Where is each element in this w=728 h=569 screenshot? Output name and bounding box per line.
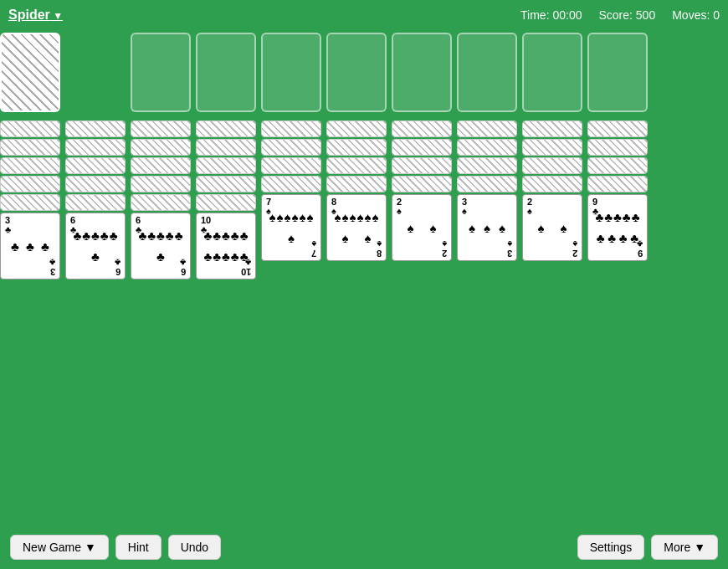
- card-down: [196, 176, 256, 192]
- card-down: [0, 120, 60, 137]
- card-down: [457, 176, 517, 192]
- card-down: [457, 139, 517, 156]
- card-down: [0, 157, 60, 174]
- card-down: [392, 120, 452, 137]
- time-stat: Time: 00:00: [520, 8, 582, 22]
- column-6[interactable]: 2♠2♠♠♠: [392, 120, 452, 281]
- card-down: [65, 194, 126, 211]
- card-up-10♣[interactable]: 10♣10♣♣♣♣♣♣♣♣♣♣♣: [196, 213, 256, 279]
- card-down: [0, 139, 60, 156]
- card-down: [0, 194, 60, 211]
- card-up-8♠[interactable]: 8♠8♠♠♠♠♠♠♠♠♠: [326, 194, 387, 261]
- stats-area: Time: 00:00 Score: 500 Moves: 0: [520, 8, 720, 22]
- foundation-8[interactable]: [587, 33, 648, 112]
- card-down: [65, 139, 126, 156]
- time-value: 00:00: [552, 8, 582, 22]
- card-up-2♠[interactable]: 2♠2♠♠♠: [522, 194, 582, 261]
- undo-button[interactable]: Undo: [168, 535, 221, 560]
- card-down: [131, 157, 191, 174]
- moves-stat: Moves: 0: [672, 8, 720, 22]
- card-up-6♣[interactable]: 6♣6♣♣♣♣♣♣♣: [131, 213, 191, 279]
- foundation-2[interactable]: [196, 33, 256, 112]
- card-down: [587, 157, 648, 174]
- card-up-3♣[interactable]: 3♣3♣♣♣♣: [0, 213, 60, 279]
- card-down: [131, 176, 191, 192]
- hint-button[interactable]: Hint: [115, 535, 161, 560]
- foundation-5[interactable]: [392, 33, 452, 112]
- card-up-9♣[interactable]: 9♣9♣♣♣♣♣♣♣♣♣♣: [587, 194, 648, 261]
- card-down: [457, 120, 517, 137]
- column-7[interactable]: 3♠3♠♠♠♠: [457, 120, 517, 281]
- foundation-3[interactable]: [261, 33, 321, 112]
- column-0[interactable]: 3♣3♣♣♣♣: [0, 120, 60, 281]
- spacer: [65, 33, 126, 112]
- card-down: [65, 176, 126, 192]
- card-down: [131, 139, 191, 156]
- new-game-button[interactable]: New Game ▼: [10, 535, 109, 560]
- card-down: [392, 176, 452, 192]
- card-down: [522, 176, 582, 192]
- tableau: 3♣3♣♣♣♣6♣6♣♣♣♣♣♣♣6♣6♣♣♣♣♣♣♣10♣10♣♣♣♣♣♣♣♣…: [0, 120, 728, 281]
- card-down: [0, 176, 60, 192]
- foundation-6[interactable]: [457, 33, 517, 112]
- card-down: [196, 194, 256, 211]
- card-down: [261, 139, 321, 156]
- foundation-4[interactable]: [326, 33, 387, 112]
- more-button[interactable]: More ▼: [651, 535, 718, 560]
- card-down: [131, 194, 191, 211]
- stock-pile[interactable]: [0, 33, 60, 112]
- card-down: [326, 176, 387, 192]
- column-4[interactable]: 7♠7♠♠♠♠♠♠♠♠: [261, 120, 321, 281]
- card-down: [196, 139, 256, 156]
- card-down: [326, 139, 387, 156]
- moves-value: 0: [713, 8, 720, 22]
- card-down: [587, 176, 648, 192]
- card-up-6♣[interactable]: 6♣6♣♣♣♣♣♣♣: [65, 213, 126, 279]
- card-down: [522, 139, 582, 156]
- card-down: [65, 120, 126, 137]
- column-9[interactable]: 9♣9♣♣♣♣♣♣♣♣♣♣: [587, 120, 648, 281]
- card-down: [522, 157, 582, 174]
- card-down: [392, 139, 452, 156]
- card-down: [196, 157, 256, 174]
- foundation-1[interactable]: [131, 33, 191, 112]
- card-down: [587, 120, 648, 137]
- card-down: [587, 139, 648, 156]
- card-down: [326, 157, 387, 174]
- footer-left: New Game ▼ Hint Undo: [10, 535, 221, 560]
- score-stat: Score: 500: [598, 8, 655, 22]
- card-up-2♠[interactable]: 2♠2♠♠♠: [392, 194, 452, 261]
- column-5[interactable]: 8♠8♠♠♠♠♠♠♠♠♠: [326, 120, 387, 281]
- column-8[interactable]: 2♠2♠♠♠: [522, 120, 582, 281]
- card-down: [326, 120, 387, 137]
- card-down: [261, 176, 321, 192]
- card-down: [196, 120, 256, 137]
- card-down: [261, 157, 321, 174]
- card-down: [261, 120, 321, 137]
- column-3[interactable]: 10♣10♣♣♣♣♣♣♣♣♣♣♣: [196, 120, 256, 281]
- settings-button[interactable]: Settings: [577, 535, 645, 560]
- card-down: [131, 120, 191, 137]
- card-up-3♠[interactable]: 3♠3♠♠♠♠: [457, 194, 517, 261]
- column-1[interactable]: 6♣6♣♣♣♣♣♣♣: [65, 120, 126, 281]
- score-value: 500: [636, 8, 655, 22]
- foundation-7[interactable]: [522, 33, 582, 112]
- card-down: [522, 120, 582, 137]
- footer: New Game ▼ Hint Undo Settings More ▼: [0, 525, 728, 569]
- card-down: [392, 157, 452, 174]
- card-up-7♠[interactable]: 7♠7♠♠♠♠♠♠♠♠: [261, 194, 321, 261]
- column-2[interactable]: 6♣6♣♣♣♣♣♣♣: [131, 120, 191, 281]
- footer-right: Settings More ▼: [577, 535, 718, 560]
- top-row: [0, 30, 728, 114]
- header: Spider Time: 00:00 Score: 500 Moves: 0: [0, 0, 728, 30]
- card-down: [457, 157, 517, 174]
- game-title[interactable]: Spider: [8, 8, 63, 23]
- card-down: [65, 157, 126, 174]
